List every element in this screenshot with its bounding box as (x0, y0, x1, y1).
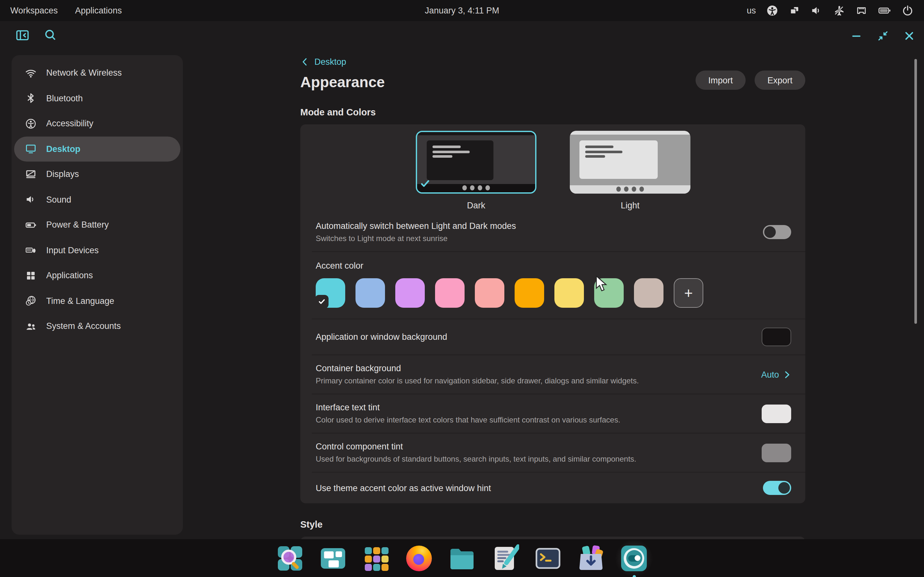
dock-item-files[interactable] (448, 544, 476, 572)
dock-item-launcher[interactable] (276, 544, 304, 572)
sidebar-item-label: Desktop (46, 144, 81, 154)
power-icon[interactable] (901, 5, 914, 17)
accessibility-icon (25, 118, 37, 129)
accent-swatch-pink[interactable] (435, 278, 465, 308)
sidebar-toggle-icon[interactable] (15, 28, 29, 42)
accent-swatch-cyan[interactable] (316, 278, 345, 308)
dock-item-text-editor[interactable] (491, 544, 519, 572)
files-icon (448, 544, 476, 572)
sidebar-item-system-accounts[interactable]: System & Accounts (14, 314, 180, 339)
auto-switch-toggle[interactable] (763, 225, 791, 239)
container-background-description: Primary container color is used for navi… (316, 376, 639, 385)
back-link[interactable]: Desktop (300, 55, 805, 68)
control-tint-description: Used for backgrounds of standard buttons… (316, 455, 636, 464)
sidebar-item-label: Input Devices (46, 245, 99, 255)
app-library-icon (362, 544, 390, 572)
export-button[interactable]: Export (754, 71, 805, 90)
sidebar-item-label: Network & Wireless (46, 68, 122, 78)
sidebar-item-displays[interactable]: Displays (14, 161, 180, 187)
applications-menu[interactable]: Applications (75, 6, 122, 15)
minimize-button[interactable] (850, 29, 863, 42)
search-icon[interactable] (44, 28, 57, 42)
selected-check-icon (315, 295, 328, 308)
control-tint-row: Control component tint Used for backgrou… (300, 434, 805, 472)
wifi-icon (25, 67, 37, 79)
dark-mode-thumbnail (416, 131, 536, 193)
restore-button[interactable] (877, 29, 889, 42)
dock-item-app-library[interactable] (362, 544, 390, 572)
control-tint-title: Control component tint (316, 442, 636, 451)
sidebar-item-time-language[interactable]: Time & Language (14, 288, 180, 314)
workspaces-menu[interactable]: Workspaces (10, 6, 58, 15)
container-background-auto-link[interactable]: Auto (761, 370, 791, 379)
sidebar-item-network-wireless[interactable]: Network & Wireless (14, 60, 180, 85)
displays-icon (25, 169, 37, 180)
desktop-icon (25, 143, 37, 155)
app-store-icon (577, 544, 605, 572)
users-icon (25, 321, 37, 332)
dock-item-settings-active[interactable] (620, 544, 648, 572)
scrollbar-thumb[interactable] (914, 59, 917, 324)
keyboard-layout-indicator[interactable]: us (746, 6, 756, 15)
sidebar-item-power-battery[interactable]: Power & Battery (14, 212, 180, 237)
accent-swatch-yellow[interactable] (554, 278, 584, 308)
container-background-title: Container background (316, 364, 639, 373)
mode-option-light[interactable]: Light (570, 131, 690, 210)
sidebar-item-accessibility[interactable]: Accessibility (14, 111, 180, 136)
accent-swatch-salmon[interactable] (475, 278, 504, 308)
app-background-row: Application or window background (300, 319, 805, 355)
workspaces-icon (319, 544, 347, 572)
sidebar-item-input-devices[interactable]: Input Devices (14, 237, 180, 263)
settings-sidebar: Network & Wireless Bluetooth Accessibili… (11, 55, 183, 535)
time-language-icon (25, 295, 37, 307)
mode-option-dark[interactable]: Dark (416, 131, 536, 210)
control-tint-swatch[interactable] (762, 443, 791, 462)
ethernet-icon[interactable] (855, 5, 867, 17)
dock-item-app-store[interactable] (577, 544, 605, 572)
desktop-screen: Workspaces Applications January 3, 4:11 … (0, 0, 924, 577)
sidebar-item-label: Power & Battery (46, 220, 109, 230)
accent-swatch-tan[interactable] (634, 278, 664, 308)
add-accent-color-button[interactable]: + (674, 278, 703, 308)
dock-item-terminal[interactable] (534, 544, 562, 572)
accessibility-status-icon[interactable] (766, 5, 779, 17)
mode-label-dark: Dark (416, 201, 536, 210)
accent-swatch-blue[interactable] (355, 278, 385, 308)
container-background-row: Container background Primary container c… (300, 355, 805, 394)
bluetooth-icon (25, 93, 37, 104)
sidebar-item-label: Applications (46, 271, 93, 280)
clock[interactable]: January 3, 4:11 PM (425, 6, 499, 15)
text-editor-icon (491, 544, 519, 572)
dock-item-firefox[interactable] (405, 544, 433, 572)
import-button[interactable]: Import (695, 71, 746, 90)
sidebar-item-label: Sound (46, 195, 71, 205)
airplane-mode-off-icon[interactable] (833, 5, 845, 17)
top-panel: Workspaces Applications January 3, 4:11 … (0, 0, 924, 21)
close-button[interactable] (903, 29, 916, 42)
sidebar-item-label: Displays (46, 169, 79, 179)
terminal-icon (534, 544, 562, 572)
interface-tint-title: Interface text tint (316, 403, 620, 412)
sidebar-item-desktop[interactable]: Desktop (14, 136, 180, 161)
interface-tint-row: Interface text tint Color used to derive… (300, 394, 805, 433)
app-background-title: Application or window background (316, 332, 447, 342)
sidebar-item-sound[interactable]: Sound (14, 187, 180, 212)
accent-swatch-orange[interactable] (515, 278, 544, 308)
firefox-icon (406, 545, 432, 571)
chevron-right-icon (783, 370, 791, 379)
sidebar-item-label: Time & Language (46, 296, 114, 306)
window-hint-toggle[interactable] (763, 481, 791, 495)
back-link-label: Desktop (314, 57, 346, 66)
window-switcher-icon[interactable] (788, 5, 800, 16)
accent-swatch-purple[interactable] (395, 278, 425, 308)
sidebar-item-bluetooth[interactable]: Bluetooth (14, 85, 180, 111)
interface-tint-swatch[interactable] (762, 404, 791, 423)
mode-colors-card: Dark Light Automatically switch between … (300, 124, 805, 503)
app-background-swatch[interactable] (762, 327, 791, 346)
sidebar-item-applications[interactable]: Applications (14, 263, 180, 288)
battery-icon (25, 219, 37, 231)
battery-icon[interactable] (878, 5, 891, 17)
sound-icon (25, 194, 37, 205)
volume-icon[interactable] (811, 5, 822, 17)
dock-item-workspaces[interactable] (319, 544, 347, 572)
